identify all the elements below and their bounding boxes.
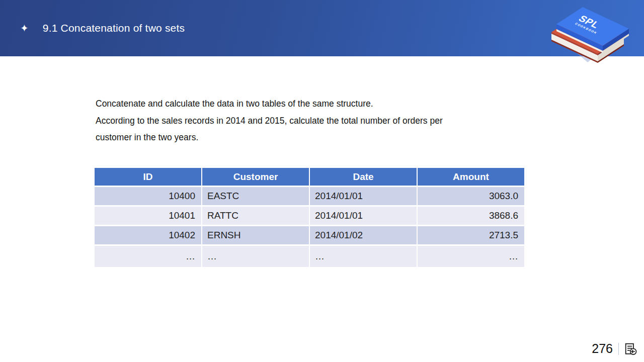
table-cell: … bbox=[310, 246, 417, 267]
table-row: 10402ERNSH2014/01/022713.5 bbox=[95, 226, 524, 244]
description-paragraph: Concatenate and calculate the data in tw… bbox=[96, 96, 443, 146]
book-stack-icon: SPL COOKBOOK bbox=[543, 0, 644, 75]
table-cell: RATTC bbox=[202, 207, 309, 225]
column-header: Date bbox=[310, 168, 417, 186]
table-cell: 10401 bbox=[95, 207, 201, 225]
header-title-group: ✦ 9.1 Concatenation of two sets bbox=[20, 0, 185, 56]
table-cell: 10400 bbox=[95, 187, 201, 205]
slide-title: 9.1 Concatenation of two sets bbox=[43, 22, 185, 34]
table-cell: 2014/01/02 bbox=[310, 226, 417, 244]
return-to-contents-icon[interactable] bbox=[624, 342, 637, 355]
column-header: ID bbox=[95, 168, 201, 186]
footer: 276 bbox=[592, 341, 637, 356]
table-cell: 3868.6 bbox=[418, 207, 524, 225]
table-cell: 2014/01/01 bbox=[310, 187, 417, 205]
orders-table: IDCustomerDateAmount 10400EASTC2014/01/0… bbox=[94, 166, 525, 268]
table-row: 10401RATTC2014/01/013868.6 bbox=[95, 207, 524, 225]
spl-cookbook-logo: SPL COOKBOOK bbox=[543, 0, 644, 75]
table-cell: 3063.0 bbox=[418, 187, 524, 205]
table-cell: … bbox=[202, 246, 309, 267]
table-cell: … bbox=[418, 246, 524, 267]
description-line: According to the sales records in 2014 a… bbox=[96, 113, 443, 130]
page-number: 276 bbox=[592, 341, 613, 356]
table-row: 10400EASTC2014/01/013063.0 bbox=[95, 187, 524, 205]
description-line: Concatenate and calculate the data in tw… bbox=[96, 96, 443, 113]
column-header: Amount bbox=[418, 168, 524, 186]
table-cell: 2713.5 bbox=[418, 226, 524, 244]
table-cell: ERNSH bbox=[202, 226, 309, 244]
description-line: customer in the two years. bbox=[96, 129, 443, 146]
table-cell: … bbox=[95, 246, 201, 267]
column-header: Customer bbox=[202, 168, 309, 186]
footer-divider bbox=[618, 343, 619, 355]
table-row: ………… bbox=[95, 246, 524, 267]
table-cell: 2014/01/01 bbox=[310, 207, 417, 225]
table-header-row: IDCustomerDateAmount bbox=[95, 168, 524, 186]
four-pointed-star-icon: ✦ bbox=[20, 23, 29, 33]
table-cell: EASTC bbox=[202, 187, 309, 205]
table-cell: 10402 bbox=[95, 226, 201, 244]
slide: ✦ 9.1 Concatenation of two sets SPL bbox=[0, 0, 644, 362]
